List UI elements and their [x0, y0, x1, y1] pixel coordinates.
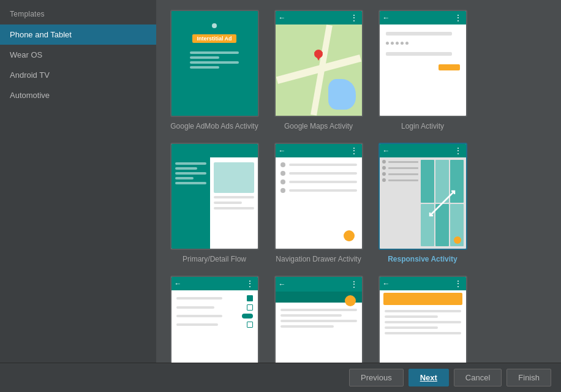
nav-menu-dots: ⋮ — [350, 146, 359, 156]
template-pd-thumb — [170, 143, 259, 250]
maps-back-arrow: ← — [279, 13, 286, 22]
resp-menu-dots: ⋮ — [454, 146, 463, 156]
sidebar-item-phone-tablet[interactable]: Phone and Tablet — [0, 24, 156, 45]
template-responsive-thumb: ← ⋮ — [378, 143, 467, 250]
template-pd-label: Primary/Detail Flow — [183, 255, 246, 263]
sidebar-item-android-tv[interactable]: Android TV — [0, 65, 156, 85]
sidebar-item-wear-os[interactable]: Wear OS — [0, 45, 156, 65]
footer: Previous Next Cancel Finish — [0, 363, 561, 392]
template-admob-label: Google AdMob Ads Activity — [170, 122, 258, 130]
login-menu-dots: ⋮ — [454, 13, 463, 23]
svg-line-0 — [430, 191, 454, 216]
template-nav-drawer[interactable]: ← ⋮ — [273, 143, 364, 263]
template-fab[interactable]: ← ⋮ Fullscreen Activity — [273, 276, 364, 363]
sidebar: Templates Phone and Tablet Wear OS Andro… — [0, 0, 156, 363]
template-settings[interactable]: ← ⋮ — [168, 276, 260, 363]
next-button[interactable]: Next — [409, 369, 449, 386]
fab-circle-button — [345, 295, 356, 306]
nav-fab-button — [344, 230, 355, 241]
template-maps-thumb: ← ⋮ — [274, 10, 363, 117]
scroll-back-arrow: ← — [383, 279, 390, 288]
template-scrolling-thumb: ← ⋮ — [378, 276, 467, 363]
template-maps-label: Google Maps Activity — [284, 122, 353, 130]
nav-back-arrow: ← — [279, 146, 286, 155]
login-back-arrow: ← — [383, 13, 390, 22]
previous-button[interactable]: Previous — [349, 369, 404, 386]
template-responsive-label: Responsive Activity — [388, 255, 457, 263]
settings-menu-dots: ⋮ — [246, 279, 255, 288]
template-admob[interactable]: Interstitial Ad Google AdMob Ads Activit… — [168, 10, 260, 130]
template-pd[interactable]: Primary/Detail Flow — [168, 143, 260, 263]
main-container: Templates Phone and Tablet Wear OS Andro… — [0, 0, 561, 363]
template-login[interactable]: ← ⋮ — [377, 10, 469, 130]
template-grid: Interstitial Ad Google AdMob Ads Activit… — [156, 0, 561, 363]
sidebar-header: Templates — [0, 5, 156, 24]
template-fab-thumb: ← ⋮ — [274, 276, 363, 363]
maps-menu-dots: ⋮ — [350, 13, 359, 23]
template-responsive[interactable]: ← ⋮ — [377, 143, 469, 263]
resp-fab — [454, 236, 461, 244]
finish-button[interactable]: Finish — [506, 369, 551, 386]
template-scrolling[interactable]: ← ⋮ Scrolling Activity — [377, 276, 469, 363]
template-maps[interactable]: ← ⋮ Google Maps Activity — [273, 10, 364, 130]
template-admob-thumb: Interstitial Ad — [170, 10, 259, 117]
cancel-button[interactable]: Cancel — [454, 369, 502, 386]
scroll-menu-dots: ⋮ — [454, 279, 463, 288]
admob-badge-label: Interstitial Ad — [192, 34, 236, 43]
template-settings-thumb: ← ⋮ — [170, 276, 259, 363]
settings-back-arrow: ← — [175, 279, 182, 288]
template-login-label: Login Activity — [401, 122, 444, 130]
template-nav-drawer-label: Navigation Drawer Activity — [276, 255, 361, 263]
sidebar-item-automotive[interactable]: Automotive — [0, 85, 156, 105]
template-login-thumb: ← ⋮ — [378, 10, 467, 117]
resp-back-arrow: ← — [383, 146, 390, 155]
template-nav-drawer-thumb: ← ⋮ — [274, 143, 363, 250]
